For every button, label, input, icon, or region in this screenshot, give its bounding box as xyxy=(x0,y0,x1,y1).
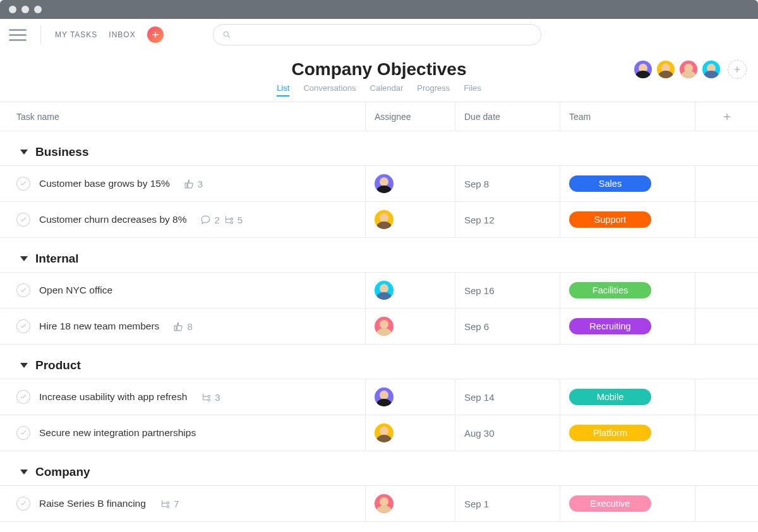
complete-checkbox[interactable] xyxy=(16,319,30,333)
section-header[interactable]: Product xyxy=(0,345,758,379)
column-assignee[interactable]: Assignee xyxy=(365,102,455,131)
avatar[interactable] xyxy=(375,281,394,300)
nav-inbox[interactable]: INBOX xyxy=(109,30,135,39)
add-column-button[interactable] xyxy=(695,102,758,131)
team-cell[interactable]: Platform xyxy=(560,415,695,451)
task-row[interactable]: Increase usability with app refresh 3 Se… xyxy=(0,379,758,415)
comments-count[interactable]: 2 xyxy=(200,215,219,225)
project-members xyxy=(633,59,747,80)
assignee-cell[interactable] xyxy=(365,166,455,201)
column-team[interactable]: Team xyxy=(560,102,695,131)
svg-point-0 xyxy=(224,32,228,36)
due-date-cell[interactable]: Sep 16 xyxy=(455,273,560,308)
complete-checkbox[interactable] xyxy=(16,213,30,227)
tab-progress[interactable]: Progress xyxy=(417,83,450,97)
empty-cell xyxy=(695,415,758,451)
task-name[interactable]: Increase usability with app refresh xyxy=(39,391,187,403)
task-name[interactable]: Secure new integration partnerships xyxy=(39,427,196,439)
avatar[interactable] xyxy=(633,59,653,80)
subtasks-count[interactable]: 5 xyxy=(224,215,243,225)
complete-checkbox[interactable] xyxy=(16,426,30,440)
complete-checkbox[interactable] xyxy=(16,497,30,511)
nav-my-tasks[interactable]: MY TASKS xyxy=(55,30,97,39)
check-icon xyxy=(20,180,27,187)
tab-files[interactable]: Files xyxy=(464,83,481,97)
section-header[interactable]: Business xyxy=(0,131,758,166)
add-member-button[interactable] xyxy=(728,60,747,79)
svg-point-3 xyxy=(208,395,210,398)
avatar[interactable] xyxy=(375,317,394,336)
check-icon xyxy=(20,393,27,401)
task-row[interactable]: Hire 18 new team members 8 Sep 6 Recruit… xyxy=(0,309,758,345)
collapse-icon[interactable] xyxy=(20,363,28,368)
svg-point-2 xyxy=(231,221,233,223)
check-icon xyxy=(20,287,27,294)
column-task-name[interactable]: Task name xyxy=(0,102,365,131)
traffic-light-zoom[interactable] xyxy=(34,6,42,13)
team-cell[interactable]: Recruiting xyxy=(560,309,695,344)
due-date-cell[interactable]: Sep 12 xyxy=(455,202,560,237)
tab-list[interactable]: List xyxy=(277,83,289,97)
team-cell[interactable]: Mobile xyxy=(560,379,695,415)
assignee-cell[interactable] xyxy=(365,379,455,415)
avatar[interactable] xyxy=(375,387,394,406)
traffic-light-close[interactable] xyxy=(9,6,16,13)
task-name[interactable]: Hire 18 new team members xyxy=(39,321,159,332)
team-cell[interactable]: Sales xyxy=(560,166,695,201)
plus-icon xyxy=(151,30,160,39)
due-date-cell[interactable]: Sep 6 xyxy=(455,309,560,344)
quick-add-button[interactable] xyxy=(147,27,164,43)
likes-count[interactable]: 3 xyxy=(184,179,203,189)
avatar[interactable] xyxy=(375,174,394,193)
avatar[interactable] xyxy=(678,59,699,80)
assignee-cell[interactable] xyxy=(365,273,455,308)
avatar[interactable] xyxy=(375,494,394,513)
collapse-icon[interactable] xyxy=(20,150,28,155)
avatar[interactable] xyxy=(375,210,394,229)
due-date-cell[interactable]: Sep 1 xyxy=(455,486,560,521)
complete-checkbox[interactable] xyxy=(16,283,30,297)
avatar[interactable] xyxy=(375,423,394,442)
team-cell[interactable]: Support xyxy=(560,202,695,237)
likes-count[interactable]: 8 xyxy=(173,321,192,332)
task-row[interactable]: Open NYC office Sep 16 Facilities xyxy=(0,273,758,309)
task-name[interactable]: Customer churn decreases by 8% xyxy=(39,214,186,225)
team-cell[interactable]: Facilities xyxy=(560,273,695,308)
subtask-icon xyxy=(201,392,212,403)
complete-checkbox[interactable] xyxy=(16,177,30,191)
task-row[interactable]: Secure new integration partnerships Aug … xyxy=(0,415,758,451)
menu-icon[interactable] xyxy=(9,26,27,44)
tab-calendar[interactable]: Calendar xyxy=(370,83,404,97)
assignee-cell[interactable] xyxy=(365,202,455,237)
empty-cell xyxy=(695,486,758,521)
thumbs-up-icon xyxy=(173,321,184,332)
collapse-icon[interactable] xyxy=(20,256,28,261)
task-name[interactable]: Raise Series B financing xyxy=(39,498,146,509)
search-box[interactable] xyxy=(213,24,541,45)
complete-checkbox[interactable] xyxy=(16,390,30,404)
search-input[interactable] xyxy=(236,30,532,40)
due-date-cell[interactable]: Aug 30 xyxy=(455,415,560,451)
avatar[interactable] xyxy=(701,59,721,80)
task-name[interactable]: Open NYC office xyxy=(39,285,112,296)
tab-conversations[interactable]: Conversations xyxy=(303,83,356,97)
due-date-cell[interactable]: Sep 14 xyxy=(455,379,560,415)
due-date-cell[interactable]: Sep 8 xyxy=(455,166,560,201)
assignee-cell[interactable] xyxy=(365,486,455,521)
task-row[interactable]: Raise Series B financing 7 Sep 1 Executi… xyxy=(0,486,758,522)
column-due-date[interactable]: Due date xyxy=(455,102,560,131)
check-icon xyxy=(20,429,27,437)
task-row[interactable]: Customer churn decreases by 8% 25 Sep 12… xyxy=(0,202,758,238)
task-row[interactable]: Customer base grows by 15% 3 Sep 8 Sales xyxy=(0,166,758,202)
traffic-light-minimize[interactable] xyxy=(21,6,29,13)
collapse-icon[interactable] xyxy=(20,470,28,475)
section-header[interactable]: Company xyxy=(0,451,758,486)
subtasks-count[interactable]: 3 xyxy=(201,392,220,403)
section-header[interactable]: Internal xyxy=(0,238,758,273)
assignee-cell[interactable] xyxy=(365,415,455,451)
subtasks-count[interactable]: 7 xyxy=(160,499,179,509)
assignee-cell[interactable] xyxy=(365,309,455,344)
team-cell[interactable]: Executive xyxy=(560,486,695,521)
avatar[interactable] xyxy=(656,59,676,80)
task-name[interactable]: Customer base grows by 15% xyxy=(39,178,170,189)
